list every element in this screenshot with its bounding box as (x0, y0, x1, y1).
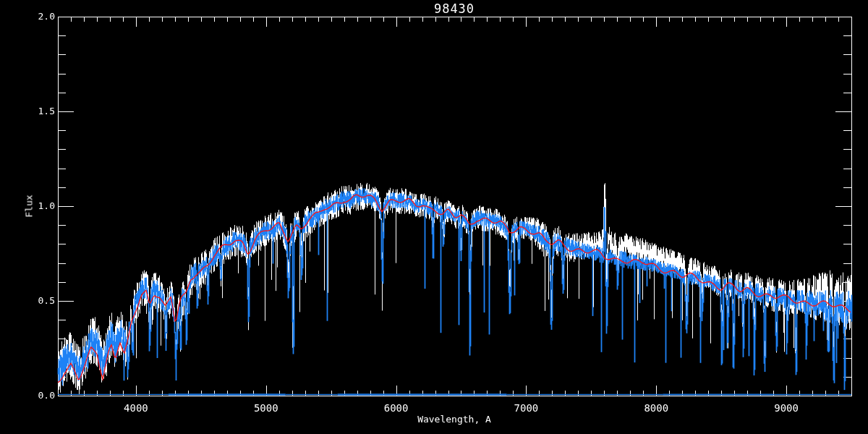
chart-title: 98430 (434, 1, 475, 16)
y-tick-label: 1.5 (26, 106, 55, 116)
y-tick-label: 0.0 (26, 391, 55, 401)
spectrum-figure: 98430 Flux Wavelength, A 0.00.51.01.52.0… (0, 0, 868, 434)
x-tick-label: 7000 (514, 402, 539, 414)
x-tick-label: 8000 (644, 402, 668, 414)
x-axis-title: Wavelength, A (417, 414, 491, 425)
x-tick-label: 9000 (774, 402, 799, 414)
y-tick-label: 0.5 (26, 296, 55, 306)
x-tick-label: 5000 (254, 402, 278, 414)
x-tick-label: 4000 (124, 402, 148, 414)
spectrum-plot-canvas (0, 0, 868, 434)
y-tick-label: 2.0 (26, 12, 55, 22)
x-tick-label: 6000 (384, 402, 409, 414)
y-tick-label: 1.0 (26, 201, 55, 211)
